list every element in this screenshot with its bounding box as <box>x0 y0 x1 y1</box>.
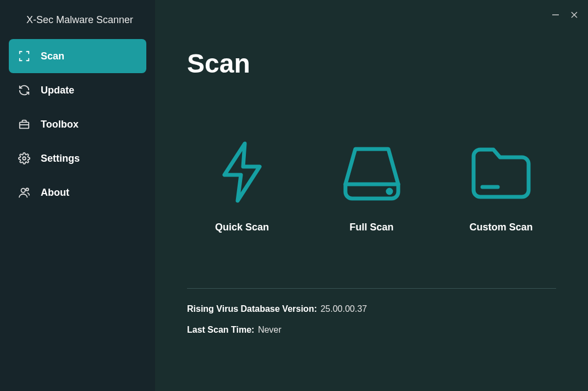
sidebar-item-label: Toolbox <box>41 119 79 130</box>
db-version-label: Rising Virus Database Version: <box>187 304 317 313</box>
svg-point-3 <box>26 188 29 191</box>
drive-icon <box>339 139 405 205</box>
custom-scan-option[interactable]: Custom Scan <box>452 139 551 233</box>
sidebar-item-label: Scan <box>41 51 64 62</box>
sidebar-item-label: Settings <box>41 153 80 164</box>
sidebar-item-about[interactable]: About <box>9 175 146 210</box>
db-version-line: Rising Virus Database Version: 25.00.00.… <box>187 304 556 314</box>
sidebar-item-settings[interactable]: Settings <box>9 141 146 175</box>
quick-scan-option[interactable]: Quick Scan <box>193 139 292 233</box>
sidebar-item-scan[interactable]: Scan <box>9 39 146 73</box>
sidebar: X-Sec Malware Scanner Scan Update <box>0 0 155 391</box>
svg-marker-7 <box>224 144 260 201</box>
last-scan-line: Last Scan Time: Never <box>187 325 556 335</box>
sidebar-item-label: Update <box>41 85 74 96</box>
sidebar-item-toolbox[interactable]: Toolbox <box>9 107 146 141</box>
gear-icon <box>18 152 31 165</box>
folder-icon <box>468 139 534 205</box>
page-title: Scan <box>187 48 556 79</box>
scan-option-label: Full Scan <box>349 222 393 233</box>
svg-point-2 <box>21 189 25 192</box>
scan-option-label: Quick Scan <box>215 222 269 233</box>
divider <box>187 288 556 289</box>
last-scan-label: Last Scan Time: <box>187 325 254 334</box>
close-button[interactable] <box>570 11 578 19</box>
info-block: Rising Virus Database Version: 25.00.00.… <box>187 304 556 335</box>
full-scan-option[interactable]: Full Scan <box>322 139 421 233</box>
minimize-button[interactable] <box>552 11 559 19</box>
scan-option-label: Custom Scan <box>469 222 532 233</box>
scan-target-icon <box>18 49 31 63</box>
sidebar-item-update[interactable]: Update <box>9 73 146 107</box>
person-icon <box>18 186 31 199</box>
lightning-icon <box>209 139 275 205</box>
window-controls <box>552 11 578 19</box>
last-scan-value: Never <box>258 325 282 334</box>
db-version-value: 25.00.00.37 <box>321 304 367 313</box>
main-content: Scan Quick Scan Full Scan <box>155 0 588 391</box>
svg-point-1 <box>23 157 26 160</box>
scan-options: Quick Scan Full Scan Custom Scan <box>187 139 556 233</box>
sync-icon <box>18 84 31 97</box>
toolbox-icon <box>18 118 31 131</box>
svg-point-9 <box>388 190 391 193</box>
app-title: X-Sec Malware Scanner <box>0 10 155 39</box>
sidebar-item-label: About <box>41 187 69 199</box>
